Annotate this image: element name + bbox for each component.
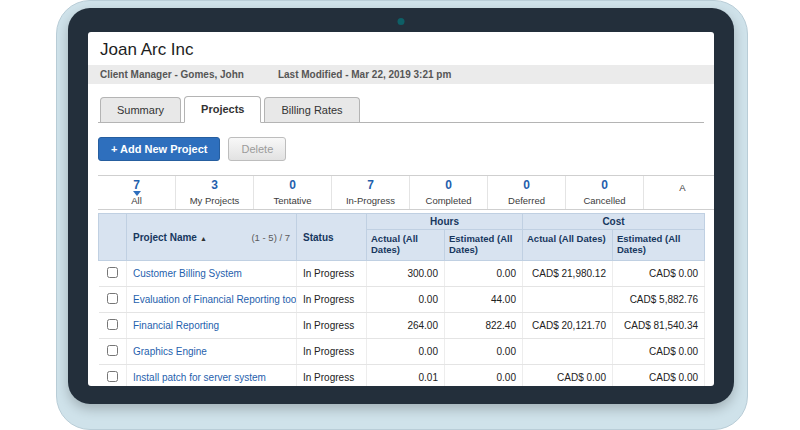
cost-actual-value: [523, 339, 613, 365]
cost-estimated-value: CAD$ 5,882.76: [613, 287, 705, 313]
cost-actual-value: [523, 287, 613, 313]
last-modified-label: Last Modified - Mar 22, 2019 3:21 pm: [278, 69, 451, 80]
project-name-link[interactable]: Install patch for server system: [133, 372, 266, 383]
project-name-link[interactable]: Financial Reporting: [133, 320, 219, 331]
tab-bar: Summary Projects Billing Rates: [98, 96, 704, 123]
row-checkbox[interactable]: [107, 345, 118, 356]
table-body: Customer Billing System In Progress 300.…: [99, 261, 705, 387]
sort-ascending-icon: ▲: [200, 235, 207, 242]
project-status: In Progress: [297, 339, 367, 365]
filter-count: 7: [332, 179, 409, 192]
cost-actual-value: CAD$ 21,980.12: [523, 261, 613, 287]
table-row: Customer Billing System In Progress 300.…: [99, 261, 705, 287]
cost-actual-value: CAD$ 20,121.70: [523, 313, 613, 339]
hours-actual-value: 0.01: [367, 365, 445, 387]
filter-tab-in-progress[interactable]: 7 In-Progress: [332, 176, 410, 209]
project-status: In Progress: [297, 287, 367, 313]
tab-billing-rates[interactable]: Billing Rates: [264, 97, 359, 122]
hours-actual-value: 0.00: [367, 287, 445, 313]
pagination-indicator: (1 - 5) / 7: [251, 232, 290, 243]
cost-estimated-value: CAD$ 81,540.34: [613, 313, 705, 339]
active-filter-marker-icon: [133, 191, 141, 196]
table-row: Financial Reporting In Progress 264.00 8…: [99, 313, 705, 339]
cost-group-header: Cost: [523, 214, 705, 230]
filter-tab-cancelled[interactable]: 0 Cancelled: [566, 176, 644, 209]
filter-label: A: [644, 182, 714, 193]
status-header[interactable]: Status: [297, 214, 367, 261]
projects-table: Project Name▲ (1 - 5) / 7 Status Hours C…: [98, 213, 705, 386]
filter-tab-clipped[interactable]: A: [644, 176, 714, 209]
project-status: In Progress: [297, 365, 367, 387]
filter-count: 3: [176, 179, 253, 192]
hours-actual-value: 0.00: [367, 339, 445, 365]
hours-actual-value: 264.00: [367, 313, 445, 339]
filter-label: In-Progress: [332, 195, 409, 206]
hours-estimated-value: 0.00: [445, 365, 523, 387]
filter-tab-my-projects[interactable]: 3 My Projects: [176, 176, 254, 209]
tab-projects[interactable]: Projects: [184, 96, 261, 123]
camera-icon: [398, 18, 405, 25]
select-all-header-cell: [99, 214, 127, 261]
filter-count: 0: [254, 179, 331, 192]
cost-estimated-value: CAD$ 0.00: [613, 365, 705, 387]
screen: Joan Arc Inc Client Manager - Gomes, Joh…: [88, 32, 714, 386]
project-status: In Progress: [297, 261, 367, 287]
page-background: Joan Arc Inc Client Manager - Gomes, Joh…: [0, 0, 800, 430]
filter-tab-tentative[interactable]: 0 Tentative: [254, 176, 332, 209]
project-name-header[interactable]: Project Name▲ (1 - 5) / 7: [127, 214, 297, 261]
row-checkbox[interactable]: [107, 267, 118, 278]
project-name-header-label: Project Name▲: [133, 232, 207, 243]
filter-tab-deferred[interactable]: 0 Deferred: [488, 176, 566, 209]
hours-estimated-value: 0.00: [445, 261, 523, 287]
row-checkbox[interactable]: [107, 293, 118, 304]
hours-actual-value: 300.00: [367, 261, 445, 287]
filter-tab-completed[interactable]: 0 Completed: [410, 176, 488, 209]
filter-label: Tentative: [254, 195, 331, 206]
hours-estimated-header[interactable]: Estimated (All Dates): [445, 230, 523, 261]
delete-button[interactable]: Delete: [228, 137, 286, 161]
page-title: Joan Arc Inc: [88, 32, 714, 65]
table-row: Evaluation of Financial Reporting tools …: [99, 287, 705, 313]
hours-group-header: Hours: [367, 214, 523, 230]
table-row: Graphics Engine In Progress 0.00 0.00 CA…: [99, 339, 705, 365]
table-header: Project Name▲ (1 - 5) / 7 Status Hours C…: [99, 214, 705, 261]
filter-label: Cancelled: [566, 195, 643, 206]
hours-estimated-value: 0.00: [445, 339, 523, 365]
row-checkbox[interactable]: [107, 371, 118, 382]
cost-actual-header[interactable]: Actual (All Dates): [523, 230, 613, 261]
hours-actual-header[interactable]: Actual (All Dates): [367, 230, 445, 261]
filter-label: Deferred: [488, 195, 565, 206]
hours-estimated-value: 44.00: [445, 287, 523, 313]
filter-tab-all[interactable]: 7 All: [98, 176, 176, 209]
filter-label: My Projects: [176, 195, 253, 206]
filter-count: 0: [566, 179, 643, 192]
filter-strip-clip: 7 All 3 My Projects 0: [98, 161, 714, 210]
filter-count: 0: [410, 179, 487, 192]
meta-bar: Client Manager - Gomes, John Last Modifi…: [88, 65, 714, 84]
filter-label: All: [98, 195, 175, 206]
filter-label: Completed: [410, 195, 487, 206]
app-window: Joan Arc Inc Client Manager - Gomes, Joh…: [88, 32, 714, 386]
project-status: In Progress: [297, 313, 367, 339]
filter-count: 0: [488, 179, 565, 192]
projects-table-container: Project Name▲ (1 - 5) / 7 Status Hours C…: [98, 213, 714, 386]
cost-estimated-value: CAD$ 0.00: [613, 339, 705, 365]
hours-estimated-value: 822.40: [445, 313, 523, 339]
project-name-link[interactable]: Evaluation of Financial Reporting tools: [133, 294, 297, 305]
tab-summary[interactable]: Summary: [100, 97, 181, 122]
cost-actual-value: CAD$ 0.00: [523, 365, 613, 387]
table-row: Install patch for server system In Progr…: [99, 365, 705, 387]
tablet-frame: Joan Arc Inc Client Manager - Gomes, Joh…: [68, 8, 734, 404]
add-new-project-button[interactable]: + Add New Project: [98, 137, 220, 161]
cost-estimated-header[interactable]: Estimated (All Dates): [613, 230, 705, 261]
toolbar: + Add New Project Delete: [98, 137, 704, 161]
filter-bar: 7 All 3 My Projects 0: [98, 175, 714, 210]
content-area: Summary Projects Billing Rates + Add New…: [88, 84, 714, 386]
cost-estimated-value: CAD$ 0.00: [613, 261, 705, 287]
project-name-link[interactable]: Customer Billing System: [133, 268, 242, 279]
project-name-link[interactable]: Graphics Engine: [133, 346, 207, 357]
row-checkbox[interactable]: [107, 319, 118, 330]
client-manager-label: Client Manager - Gomes, John: [100, 69, 244, 80]
